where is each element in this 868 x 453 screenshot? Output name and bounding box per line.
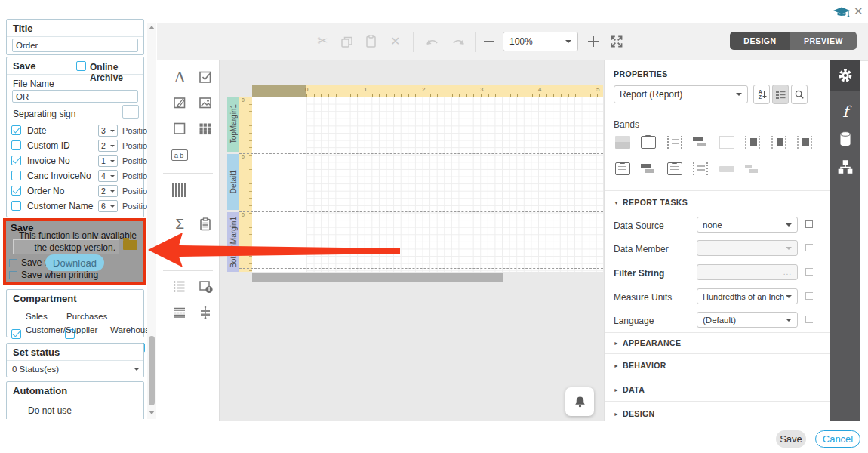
report-tasks-section-header[interactable]: ▼ REPORT TASKS: [614, 198, 688, 207]
separating-sign-input[interactable]: [122, 105, 139, 119]
tab-design[interactable]: DESIGN: [730, 32, 790, 50]
data-source-select[interactable]: none: [697, 217, 798, 233]
band-icon-1[interactable]: [615, 136, 630, 149]
invoice-no-position-select[interactable]: 1: [98, 155, 118, 167]
left-panel-scrollbar[interactable]: [147, 23, 156, 419]
folder-icon[interactable]: [123, 240, 137, 250]
band-icon-12[interactable]: [693, 162, 708, 175]
band-icon-7[interactable]: [771, 136, 786, 149]
date-checkbox[interactable]: [11, 125, 21, 135]
scrollbar-thumb[interactable]: [149, 336, 155, 405]
zoom-select[interactable]: 100%: [503, 32, 578, 51]
properties-tab-active[interactable]: [830, 60, 860, 91]
page-break-tool-icon[interactable]: [171, 304, 188, 321]
character-comb-tool-icon[interactable]: ab: [170, 146, 189, 163]
band-tab-top-margin[interactable]: TopMargin1: [227, 97, 239, 152]
date-position-select[interactable]: 3: [98, 125, 118, 137]
label-tool-icon[interactable]: A: [171, 69, 188, 85]
measure-units-select[interactable]: Hundredths of an Inch: [697, 288, 798, 304]
section-data[interactable]: ► DATA: [614, 385, 645, 394]
undo-button[interactable]: [424, 36, 441, 51]
scroll-up-icon[interactable]: [149, 26, 155, 29]
online-archive-checkbox[interactable]: [76, 61, 86, 71]
data-sources-tab[interactable]: [837, 130, 854, 151]
checkbox-tool-icon[interactable]: [197, 69, 214, 85]
table-tool-icon[interactable]: [197, 120, 214, 137]
app-logo-graduation-cap-icon[interactable]: [833, 5, 851, 20]
save-when-printing-checkbox[interactable]: [9, 271, 17, 279]
fullscreen-icon[interactable]: [608, 33, 625, 53]
invoice-no-checkbox[interactable]: [11, 156, 21, 165]
customer-name-position-select[interactable]: 6: [98, 200, 118, 212]
ellipsis-button[interactable]: ...: [783, 268, 792, 276]
line-tool-icon[interactable]: [171, 242, 188, 258]
redo-button[interactable]: [450, 36, 466, 51]
band-tab-detail[interactable]: Detail1: [227, 154, 239, 210]
info-box-tool-icon[interactable]: [197, 278, 214, 294]
report-page[interactable]: [252, 97, 603, 272]
expressions-tab[interactable]: f: [830, 98, 860, 125]
zoom-in-button[interactable]: [588, 36, 599, 47]
property-marker[interactable]: [805, 244, 813, 251]
design-surface[interactable]: 0 1 2 3 4 5 TopMargin1 Detail1 BottomMar…: [219, 60, 605, 421]
order-no-position-select[interactable]: 2: [98, 185, 118, 197]
band-icon-3[interactable]: [667, 136, 682, 149]
band-icon-6[interactable]: [745, 136, 760, 149]
horizontal-scrollbar[interactable]: [252, 273, 503, 282]
scroll-down-icon[interactable]: [149, 411, 155, 414]
customer-name-checkbox[interactable]: [11, 201, 21, 211]
cross-band-tool-icon[interactable]: [197, 304, 214, 321]
band-icon-10[interactable]: [641, 162, 656, 175]
language-select[interactable]: (Default): [697, 312, 798, 328]
subreport-tool-icon[interactable]: [171, 278, 188, 294]
cancel-button[interactable]: Cancel: [815, 430, 860, 448]
band-icon-9[interactable]: [615, 162, 630, 175]
section-appearance[interactable]: ► APPEARANCE: [614, 338, 681, 347]
panel-tool-icon[interactable]: [171, 120, 188, 137]
notifications-button[interactable]: [565, 387, 594, 416]
band-icon-5[interactable]: [719, 136, 734, 149]
tab-preview[interactable]: PREVIEW: [790, 32, 857, 50]
canc-invoiceno-position-select[interactable]: 4: [98, 170, 118, 182]
band-icon-14[interactable]: [745, 162, 760, 175]
paste-button[interactable]: [364, 34, 378, 52]
shape-tool-icon[interactable]: ~: [197, 240, 214, 257]
object-selector[interactable]: Report (Report): [614, 85, 748, 103]
category-view-button[interactable]: [772, 85, 789, 104]
sales-checkbox[interactable]: [11, 329, 21, 339]
custom-id-checkbox[interactable]: [11, 140, 21, 150]
file-name-input[interactable]: [12, 90, 138, 103]
report-explorer-tab[interactable]: [837, 159, 854, 178]
property-marker[interactable]: [805, 292, 813, 300]
canc-invoiceno-checkbox[interactable]: [11, 171, 21, 180]
sum-tool-icon[interactable]: Σ: [171, 216, 188, 233]
property-marker[interactable]: [805, 316, 813, 323]
band-icon-13[interactable]: [719, 166, 734, 172]
delete-button[interactable]: ✕: [390, 34, 400, 48]
order-no-checkbox[interactable]: [11, 186, 21, 196]
pageinfo-tool-icon[interactable]: [197, 216, 214, 233]
filter-string-input[interactable]: ...: [697, 264, 798, 280]
search-button[interactable]: [791, 85, 808, 104]
download-button[interactable]: Download: [45, 254, 104, 271]
copy-button[interactable]: [340, 35, 354, 52]
band-tab-bottom-margin[interactable]: BottomMargin1: [227, 212, 239, 272]
section-design[interactable]: ► DESIGN: [614, 409, 655, 418]
status-select[interactable]: 0 Status(es): [12, 363, 140, 375]
band-icon-11[interactable]: [667, 162, 682, 175]
property-marker[interactable]: [805, 220, 813, 228]
cut-button[interactable]: ✂: [317, 32, 328, 49]
close-icon[interactable]: ✕: [854, 5, 863, 18]
section-behavior[interactable]: ► BEHAVIOR: [614, 361, 666, 370]
title-input[interactable]: [12, 39, 138, 52]
band-icon-8[interactable]: [797, 136, 812, 149]
band-icon-2[interactable]: [641, 136, 656, 149]
zoom-out-button[interactable]: [484, 41, 494, 42]
save-when-checkbox[interactable]: [9, 259, 17, 267]
barcode-tool-icon[interactable]: [171, 182, 188, 199]
band-icon-4[interactable]: [693, 136, 708, 149]
custom-id-position-select[interactable]: 2: [98, 140, 118, 152]
property-marker[interactable]: [805, 268, 813, 276]
data-member-select[interactable]: [697, 240, 798, 256]
save-button[interactable]: Save: [776, 430, 806, 448]
